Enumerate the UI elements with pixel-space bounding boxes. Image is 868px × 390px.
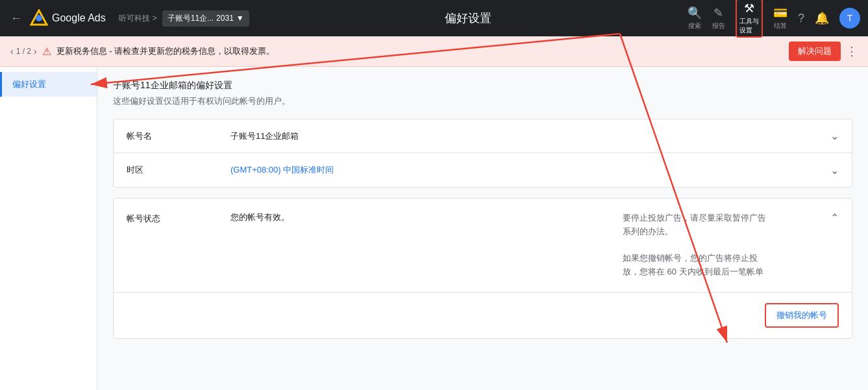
cancel-account-button[interactable]: 撤销我的帐号 <box>765 303 839 328</box>
sidebar-item-label: 偏好设置 <box>12 79 46 89</box>
breadcrumb: 听可科技 > 子账号11企... 2031 ▼ <box>119 10 249 27</box>
billing-icon: 💳 <box>773 6 787 20</box>
timezone-row: 时区 (GMT+08:00) 中国标准时间 ⌄ <box>114 153 852 187</box>
search-nav-button[interactable]: 🔍 搜索 <box>688 6 702 30</box>
status-description: 要停止投放广告，请尽量采取暂停广告 系列的办法。 如果您撤销帐号，您的广告将停止… <box>623 212 830 279</box>
nav-left: ← Google Ads 听可科技 > 子账号11企... 2031 ▼ <box>8 9 249 28</box>
main-content: 子账号11企业邮箱的偏好设置 这些偏好设置仅适用于有权访问此帐号的用户。 帐号名… <box>97 67 868 390</box>
breadcrumb-company: 听可科技 <box>119 13 150 24</box>
dropdown-arrow-icon: ▼ <box>236 14 244 23</box>
timezone-label: 时区 <box>127 164 230 176</box>
google-ads-logo: Google Ads <box>30 9 106 27</box>
status-desc-3: 如果您撤销帐号，您的广告将停止投 <box>623 253 758 263</box>
status-desc-4: 放，您将在 60 天内收到最后一笔帐单 <box>623 267 763 276</box>
account-id: 2031 <box>216 14 234 23</box>
account-name-row: 帐号名 子账号11企业邮箱 ⌄ <box>114 119 852 153</box>
reports-nav-button[interactable]: ✎ 报告 <box>712 6 725 30</box>
reports-icon: ✎ <box>713 6 723 20</box>
status-value: 您的帐号有效。 <box>230 212 623 223</box>
notif-prev-button[interactable]: ‹ <box>10 46 14 56</box>
bell-icon: 🔔 <box>815 11 829 25</box>
notif-next-button[interactable]: › <box>34 46 37 56</box>
search-icon: 🔍 <box>688 6 702 20</box>
account-name: 子账号11企... <box>167 13 214 24</box>
timezone-value: (GMT+08:00) 中国标准时间 <box>230 164 830 176</box>
page-title: 偏好设置 <box>249 10 688 26</box>
resolve-button[interactable]: 解决问题 <box>789 42 841 61</box>
account-name-expand-icon[interactable]: ⌄ <box>830 130 839 142</box>
account-name-label: 帐号名 <box>127 130 230 142</box>
top-navigation: ← Google Ads 听可科技 > 子账号11企... 2031 ▼ 偏好设… <box>0 0 868 36</box>
account-settings-card: 帐号名 子账号11企业邮箱 ⌄ 时区 (GMT+08:00) 中国标准时间 ⌄ <box>113 119 852 188</box>
billing-label: 结算 <box>774 21 787 30</box>
account-status-card: 帐号状态 您的帐号有效。 要停止投放广告，请尽量采取暂停广告 系列的办法。 如果… <box>113 198 852 339</box>
billing-nav-button[interactable]: 💳 结算 <box>773 6 787 30</box>
timezone-expand-icon[interactable]: ⌄ <box>830 164 839 177</box>
section-title: 子账号11企业邮箱的偏好设置 <box>113 80 852 91</box>
help-icon: ? <box>798 12 804 25</box>
notifications-nav-button[interactable]: 🔔 <box>815 11 829 25</box>
warning-icon: ⚠ <box>42 45 51 58</box>
tools-nav-button[interactable]: ⚒ 工具与设置 <box>736 0 763 38</box>
breadcrumb-sep: > <box>153 14 157 23</box>
user-avatar[interactable]: T <box>839 8 860 29</box>
account-selector[interactable]: 子账号11企... 2031 ▼ <box>162 10 249 27</box>
tools-label: 工具与设置 <box>739 17 759 35</box>
account-name-value: 子账号11企业邮箱 <box>230 130 830 142</box>
nav-right: 🔍 搜索 ✎ 报告 ⚒ 工具与设置 💳 结算 ? 🔔 T <box>688 0 860 38</box>
sidebar-item-preferences[interactable]: 偏好设置 <box>0 72 97 97</box>
status-label: 帐号状态 <box>127 212 230 225</box>
content-subtitle: 这些偏好设置仅适用于有权访问此帐号的用户。 <box>113 96 290 106</box>
content-title: 子账号11企业邮箱的偏好设置 <box>113 80 232 90</box>
google-ads-logo-icon <box>30 9 48 27</box>
account-status-row: 帐号状态 您的帐号有效。 要停止投放广告，请尽量采取暂停广告 系列的办法。 如果… <box>114 199 852 292</box>
status-desc-1: 要停止投放广告，请尽量采取暂停广告 <box>623 213 766 223</box>
notification-nav: ‹ 1 / 2 › <box>10 46 37 56</box>
back-button[interactable]: ← <box>8 9 25 28</box>
help-nav-button[interactable]: ? <box>798 12 804 25</box>
more-options-icon[interactable]: ⋮ <box>846 44 858 58</box>
main-layout: 偏好设置 子账号11企业邮箱的偏好设置 这些偏好设置仅适用于有权访问此帐号的用户… <box>0 67 868 390</box>
cancel-account-section: 撤销我的帐号 <box>114 292 852 338</box>
search-label: 搜索 <box>688 21 701 30</box>
notification-bar: ‹ 1 / 2 › ⚠ 更新税务信息 - 请检查并更新您的税务信息，以取得发票。… <box>0 36 868 67</box>
notif-counter: 1 / 2 <box>16 47 31 56</box>
reports-label: 报告 <box>712 21 725 30</box>
tools-icon: ⚒ <box>744 1 754 16</box>
notification-text: 更新税务信息 - 请检查并更新您的税务信息，以取得发票。 <box>56 45 784 57</box>
section-subtitle: 这些偏好设置仅适用于有权访问此帐号的用户。 <box>113 95 852 107</box>
svg-point-1 <box>36 15 42 21</box>
avatar-initial: T <box>847 13 853 23</box>
sidebar: 偏好设置 <box>0 67 97 390</box>
status-collapse-icon[interactable]: ⌃ <box>830 212 839 224</box>
app-name: Google Ads <box>52 12 106 24</box>
status-desc-2: 系列的办法。 <box>623 226 673 236</box>
